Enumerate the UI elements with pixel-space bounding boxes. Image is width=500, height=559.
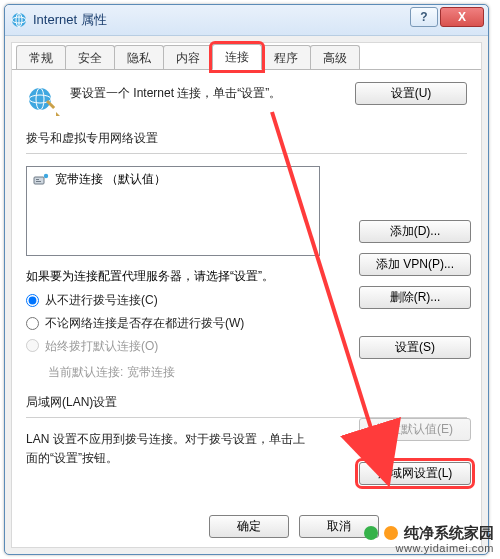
setup-button[interactable]: 设置(U): [355, 82, 467, 105]
internet-properties-window: Internet 属性 ? X 常规 安全 隐私 内容 连接 程序 高级: [4, 4, 489, 555]
tab-general[interactable]: 常规: [16, 45, 66, 70]
svg-marker-7: [56, 112, 60, 116]
svg-point-11: [44, 173, 48, 177]
radio-default-input: [26, 339, 39, 352]
add-button[interactable]: 添加(D)...: [359, 220, 471, 243]
radio-default-label: 始终拨打默认连接(O): [45, 335, 158, 358]
list-item[interactable]: 宽带连接 （默认值）: [29, 169, 317, 190]
radio-never-input[interactable]: [26, 294, 39, 307]
default-connection: 当前默认连接: 宽带连接: [48, 361, 467, 384]
connections-page: 要设置一个 Internet 连接，单击“设置”。 设置(U) 拨号和虚拟专用网…: [12, 69, 481, 507]
setup-row: 要设置一个 Internet 连接，单击“设置”。 设置(U): [26, 82, 467, 116]
svg-rect-8: [34, 177, 44, 184]
setup-description: 要设置一个 Internet 连接，单击“设置”。: [70, 82, 347, 102]
lan-description: LAN 设置不应用到拨号连接。对于拨号设置，单击上面的“设置”按钮。: [26, 430, 316, 468]
lan-settings-button[interactable]: 局域网设置(L): [359, 462, 471, 485]
conn-settings-button[interactable]: 设置(S): [359, 336, 471, 359]
internet-options-icon: [11, 12, 27, 28]
tab-connections[interactable]: 连接: [212, 44, 262, 70]
connection-icon: [33, 172, 49, 188]
set-default-button: 设置默认值(E): [359, 418, 471, 441]
radio-never-label: 从不进行拨号连接(C): [45, 289, 158, 312]
client-area: 常规 安全 隐私 内容 连接 程序 高级 要设置一: [11, 42, 482, 548]
dialog-buttons: 确定 取消 应用(A): [12, 507, 481, 540]
tab-privacy[interactable]: 隐私: [114, 45, 164, 70]
radio-exist-input[interactable]: [26, 317, 39, 330]
globe-wizard-icon: [26, 82, 60, 116]
proxy-note: 如果要为连接配置代理服务器，请选择“设置”。: [26, 268, 326, 285]
dialup-buttons: 添加(D)... 添加 VPN(P)... 删除(R)...: [351, 220, 467, 309]
dialup-header: 拨号和虚拟专用网络设置: [26, 130, 467, 147]
tab-advanced[interactable]: 高级: [310, 45, 360, 70]
tabstrip: 常规 安全 隐私 内容 连接 程序 高级: [12, 43, 481, 69]
connections-listbox[interactable]: 宽带连接 （默认值）: [26, 166, 320, 256]
set-default-col: 设置默认值(E): [351, 418, 467, 441]
cancel-button[interactable]: 取消: [299, 515, 379, 538]
radio-exist[interactable]: 不论网络连接是否存在都进行拨号(W): [26, 312, 467, 335]
tab-security[interactable]: 安全: [65, 45, 115, 70]
tab-programs[interactable]: 程序: [261, 45, 311, 70]
window-title: Internet 属性: [33, 11, 107, 29]
list-item-label: 宽带连接 （默认值）: [55, 171, 166, 188]
svg-rect-9: [36, 179, 39, 180]
help-button[interactable]: ?: [410, 7, 438, 27]
svg-point-3: [29, 88, 51, 110]
close-button[interactable]: X: [440, 7, 484, 27]
default-conn-label: 当前默认连接:: [48, 365, 123, 379]
divider: [26, 153, 467, 154]
lan-button-col: 局域网设置(L): [351, 462, 467, 485]
remove-button[interactable]: 删除(R)...: [359, 286, 471, 309]
default-conn-value: 宽带连接: [127, 365, 175, 379]
lan-header: 局域网(LAN)设置: [26, 394, 467, 411]
tab-content[interactable]: 内容: [163, 45, 213, 70]
conn-settings-buttons: 设置(S): [351, 336, 467, 359]
radio-exist-label: 不论网络连接是否存在都进行拨号(W): [45, 312, 244, 335]
window-buttons: ? X: [410, 7, 484, 27]
svg-rect-10: [36, 181, 41, 182]
ok-button[interactable]: 确定: [209, 515, 289, 538]
add-vpn-button[interactable]: 添加 VPN(P)...: [359, 253, 471, 276]
titlebar[interactable]: Internet 属性 ? X: [5, 5, 488, 36]
